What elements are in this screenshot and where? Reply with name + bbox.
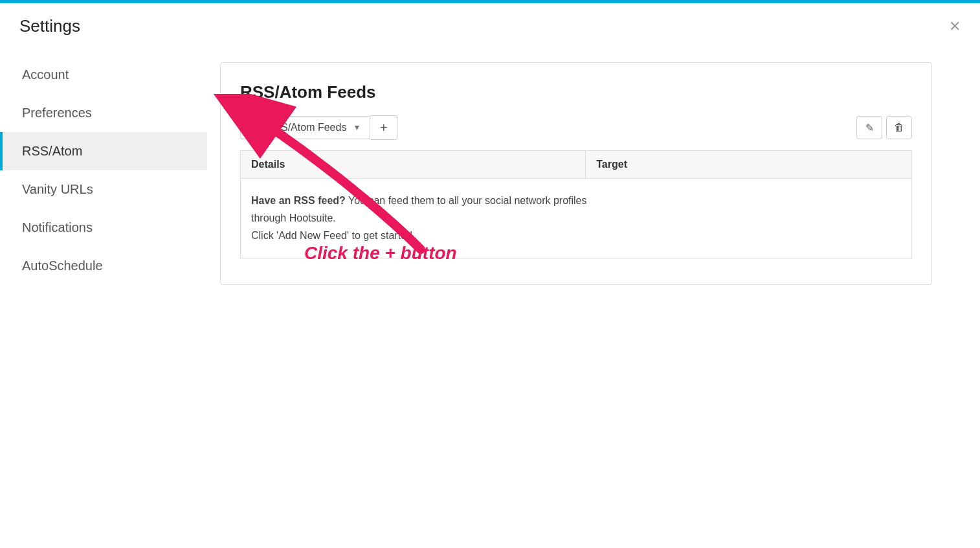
- empty-intro-bold: Have an RSS feed? You can feed them to a…: [251, 195, 586, 206]
- feed-table: Details Target Have an RSS feed? You can…: [240, 150, 912, 258]
- settings-modal: Settings ✕ Account Preferences RSS/Atom …: [0, 0, 980, 548]
- feed-dropdown-label: My RSS/Atom Feeds: [250, 122, 346, 133]
- feed-dropdown[interactable]: My RSS/Atom Feeds ▼: [240, 116, 370, 139]
- feed-selector-row: My RSS/Atom Feeds ▼ + ✎ 🗑: [240, 115, 912, 140]
- sidebar: Account Preferences RSS/Atom Vanity URLs…: [0, 49, 207, 548]
- add-feed-button[interactable]: +: [370, 115, 397, 140]
- sidebar-item-notifications[interactable]: Notifications: [0, 209, 207, 247]
- sidebar-item-vanityurls[interactable]: Vanity URLs: [0, 170, 207, 209]
- col-details: Details: [241, 151, 586, 179]
- edit-feed-button[interactable]: ✎: [856, 116, 882, 139]
- content-box: RSS/Atom Feeds My RSS/Atom Feeds ▼ + ✎: [220, 62, 932, 285]
- main-content: RSS/Atom Feeds My RSS/Atom Feeds ▼ + ✎: [207, 49, 980, 548]
- empty-message-cell: Have an RSS feed? You can feed them to a…: [241, 179, 912, 258]
- modal-header: Settings ✕: [0, 3, 980, 43]
- sidebar-item-account[interactable]: Account: [0, 56, 207, 94]
- chevron-down-icon: ▼: [353, 123, 361, 132]
- sidebar-item-autoschedule[interactable]: AutoSchedule: [0, 247, 207, 285]
- empty-message: Have an RSS feed? You can feed them to a…: [251, 192, 901, 245]
- section-title: RSS/Atom Feeds: [240, 82, 912, 102]
- sidebar-item-preferences[interactable]: Preferences: [0, 94, 207, 132]
- empty-line3: Click 'Add New Feed' to get started.: [251, 230, 415, 241]
- edit-icon: ✎: [865, 122, 874, 134]
- modal-title: Settings: [19, 16, 80, 36]
- feed-actions: ✎ 🗑: [856, 116, 912, 139]
- close-button[interactable]: ✕: [949, 19, 961, 34]
- modal-body: Account Preferences RSS/Atom Vanity URLs…: [0, 43, 980, 548]
- empty-line2: through Hootsuite.: [251, 212, 336, 223]
- col-target: Target: [586, 151, 912, 179]
- feed-selector-left: My RSS/Atom Feeds ▼ +: [240, 115, 397, 140]
- trash-icon: 🗑: [894, 122, 904, 133]
- delete-feed-button[interactable]: 🗑: [886, 116, 912, 139]
- empty-row: Have an RSS feed? You can feed them to a…: [241, 179, 912, 258]
- sidebar-item-rssatom[interactable]: RSS/Atom: [0, 132, 207, 170]
